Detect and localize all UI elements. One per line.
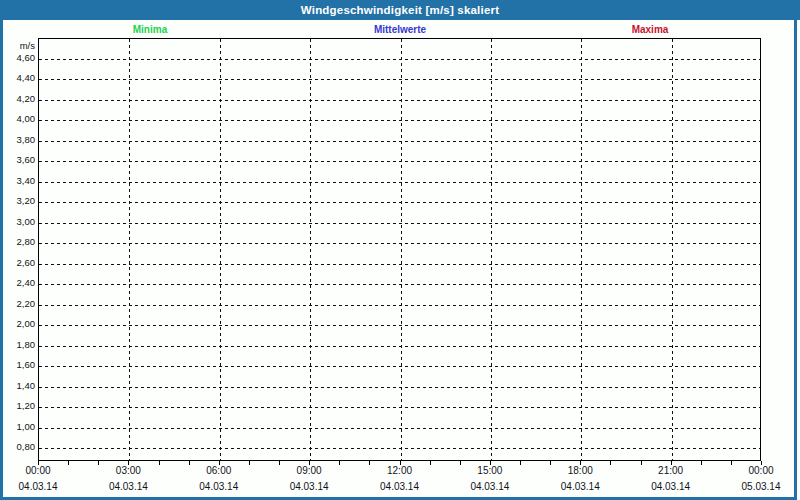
x-axis-time-label: 06:00 — [187, 465, 251, 477]
x-gridline — [491, 39, 492, 460]
y-axis-tick-label: 1,60 — [0, 359, 35, 371]
y-gridline — [39, 182, 760, 183]
x-axis-date-label: 05.03.14 — [729, 481, 793, 493]
x-gridline — [581, 39, 582, 460]
x-gridline — [129, 39, 130, 460]
y-axis-tick-label: 0,80 — [0, 441, 35, 453]
y-gridline — [39, 305, 760, 306]
y-axis-tick-label: 3,40 — [0, 175, 35, 187]
x-axis-date-label: 04.03.14 — [368, 481, 432, 493]
x-axis-date-label: 04.03.14 — [6, 481, 70, 493]
y-gridline — [39, 387, 760, 388]
title-bar: Windgeschwindigkeit [m/s] skaliert — [0, 0, 800, 20]
y-axis-tick-label: 3,20 — [0, 195, 35, 207]
y-axis-tick-label: 2,60 — [0, 257, 35, 269]
y-gridline — [39, 284, 760, 285]
x-axis-time-label: 12:00 — [368, 465, 432, 477]
y-axis-tick-label: 3,60 — [0, 154, 35, 166]
y-axis-tick-label: 1,00 — [0, 421, 35, 433]
y-axis-tick-label: 1,80 — [0, 339, 35, 351]
y-axis-tick-label: 4,40 — [0, 72, 35, 84]
x-axis-time-label: 03:00 — [96, 465, 160, 477]
x-gridline — [310, 39, 311, 460]
x-gridline — [672, 39, 673, 460]
y-gridline — [39, 366, 760, 367]
y-axis-tick-label: 1,40 — [0, 380, 35, 392]
y-axis-tick-label: 2,80 — [0, 236, 35, 248]
y-axis-tick-label: 4,60 — [0, 52, 35, 64]
y-axis-tick-label: 2,20 — [0, 298, 35, 310]
x-gridline — [220, 39, 221, 460]
window-border-left — [0, 20, 3, 500]
x-axis-date-label: 04.03.14 — [548, 481, 612, 493]
x-axis-time-label: 15:00 — [458, 465, 522, 477]
y-axis-tick-label: 4,20 — [0, 93, 35, 105]
y-gridline — [39, 407, 760, 408]
x-axis-date-label: 04.03.14 — [187, 481, 251, 493]
y-axis-tick-label: 3,80 — [0, 134, 35, 146]
x-axis-time-label: 09:00 — [277, 465, 341, 477]
y-gridline — [39, 100, 760, 101]
y-gridline — [39, 264, 760, 265]
y-gridline — [39, 141, 760, 142]
x-gridline — [401, 39, 402, 460]
x-axis-date-label: 04.03.14 — [96, 481, 160, 493]
x-axis-date-label: 04.03.14 — [277, 481, 341, 493]
y-gridline — [39, 59, 760, 60]
chart-window: Windgeschwindigkeit [m/s] skaliert Minim… — [0, 0, 800, 500]
y-gridline — [39, 223, 760, 224]
y-gridline — [39, 120, 760, 121]
x-axis-time-label: 18:00 — [548, 465, 612, 477]
legend-item-maxima: Maxima — [580, 24, 720, 36]
y-gridline — [39, 448, 760, 449]
y-axis-unit-label: m/s — [0, 40, 35, 51]
y-axis-tick-label: 3,00 — [0, 216, 35, 228]
y-gridline — [39, 325, 760, 326]
chart-title: Windgeschwindigkeit [m/s] skaliert — [301, 4, 499, 16]
y-axis-tick-label: 2,40 — [0, 277, 35, 289]
y-gridline — [39, 79, 760, 80]
y-gridline — [39, 202, 760, 203]
y-axis-tick-label: 1,20 — [0, 400, 35, 412]
x-axis-time-label: 21:00 — [639, 465, 703, 477]
x-axis-date-label: 04.03.14 — [639, 481, 703, 493]
x-axis-date-label: 04.03.14 — [458, 481, 522, 493]
y-gridline — [39, 161, 760, 162]
legend-item-mittelwerte: Mittelwerte — [330, 24, 470, 36]
plot-area — [38, 38, 761, 461]
y-axis-tick-label: 2,00 — [0, 318, 35, 330]
x-axis-time-label: 00:00 — [6, 465, 70, 477]
y-gridline — [39, 243, 760, 244]
legend-item-minima: Minima — [80, 24, 220, 36]
y-gridline — [39, 428, 760, 429]
y-gridline — [39, 346, 760, 347]
y-axis-tick-label: 4,00 — [0, 113, 35, 125]
x-axis-time-label: 00:00 — [729, 465, 793, 477]
window-border-right — [794, 20, 797, 500]
